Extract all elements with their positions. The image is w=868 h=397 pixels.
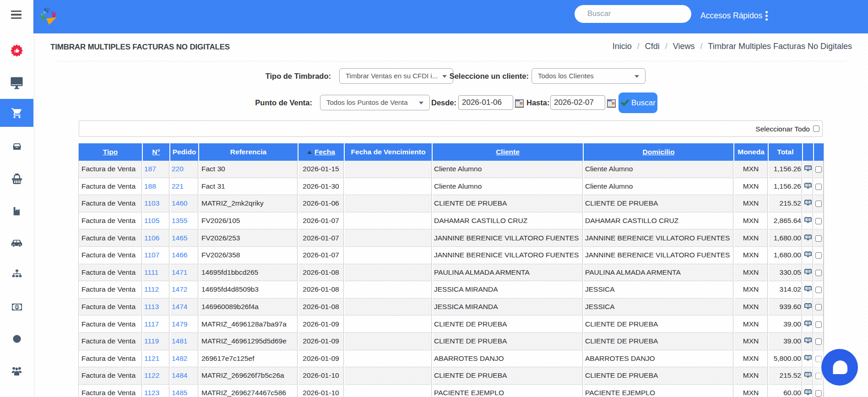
svg-text:1: 1	[16, 305, 18, 310]
